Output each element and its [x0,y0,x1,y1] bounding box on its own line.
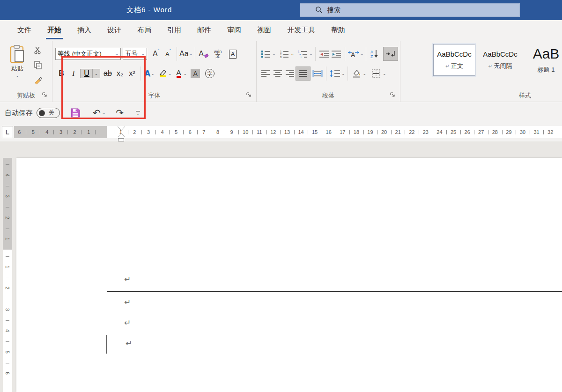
bullet-list-button[interactable] [259,47,272,60]
redo-button[interactable]: ↷ [116,107,124,118]
subscript-button[interactable]: x₂ [114,67,126,80]
undo-chevron-icon[interactable]: ⌄ [102,111,106,115]
ribbon-tab-引用[interactable]: 引用 [159,21,189,40]
ribbon-tab-视图[interactable]: 视图 [249,21,279,40]
shading-button[interactable] [350,67,362,80]
vertical-ruler[interactable]: 4321 123456 [3,158,12,392]
text-effects-button[interactable]: A ⌄ [143,67,155,80]
asian-layout-chevron-icon[interactable]: ⌄ [360,52,364,56]
grow-font-button[interactable]: Aˆ [150,47,162,60]
tab-stop-selector[interactable]: L [2,126,13,138]
customize-qat-button[interactable]: ⌄ [136,111,140,115]
font-color-button[interactable]: A ⌄ [175,67,187,80]
ribbon-tab-插入[interactable]: 插入 [69,21,99,40]
bold-button[interactable]: B [55,67,67,80]
style-name: 标题 1 [538,66,555,74]
toggle-knob [39,110,45,116]
underline-chevron-icon[interactable]: ⌄ [93,69,100,78]
ruler-tick: 8 [211,126,225,138]
save-button[interactable] [70,108,81,118]
style-card-正文[interactable]: AaBbCcDc↵ 正文 [433,44,475,76]
autosave-state: 关 [48,109,54,117]
ruler-tick: 27 [474,126,488,138]
copy-button[interactable] [32,59,44,71]
autosave-toggle[interactable]: 关 [37,108,60,118]
shrink-font-button[interactable]: Aˇ [162,47,174,60]
strikethrough-button[interactable]: ab [102,67,114,80]
underline-button[interactable]: U [81,69,93,78]
highlight-color-button[interactable]: ⌄ [158,67,172,80]
line-spacing-button[interactable] [329,67,341,80]
phonetic-guide-button[interactable]: wén 文 [212,47,224,60]
borders-chevron-icon[interactable]: ⌄ [383,71,386,76]
highlight-chevron-icon: ⌄ [168,71,172,76]
style-card-标题 1[interactable]: AaB标题 1 [525,44,562,76]
format-painter-button[interactable] [32,74,44,86]
line-spacing-chevron-icon[interactable]: ⌄ [341,71,345,76]
numbered-list-chevron-icon[interactable]: ⌄ [291,52,295,56]
show-hide-marks-button[interactable] [384,47,398,60]
multilevel-list-button[interactable]: 1ai [296,47,309,60]
ribbon-tab-设计[interactable]: 设计 [99,21,129,40]
character-shading-button[interactable]: A [189,67,201,80]
clipboard-dialog-launcher[interactable] [42,92,48,98]
ribbon-tab-审阅[interactable]: 审阅 [219,21,249,40]
font-size-chevron-icon[interactable]: ⌄ [139,52,145,56]
search-box[interactable]: 搜索 [300,3,520,17]
font-dialog-launcher[interactable] [246,92,252,98]
ruler-tick: 4 [155,126,170,138]
word-window: 文档6 - Word 搜索 文件开始插入设计布局引用邮件审阅视图开发工具帮助 粘… [0,0,562,392]
style-card-无间隔[interactable]: AaBbCcDc↵ 无间隔 [479,44,521,76]
undo-button[interactable]: ↶ ⌄ [93,107,105,118]
document-page[interactable]: ↵ ↵ ↵ ↵ [16,158,562,392]
ribbon-tab-文件[interactable]: 文件 [9,21,39,40]
font-size-combo[interactable]: 五号 ⌄ [123,48,147,60]
cut-button[interactable] [32,44,44,56]
ruler-tick: 5 [26,126,40,138]
clear-formatting-button[interactable]: A [198,47,210,60]
paste-button[interactable]: 粘贴 ⌄ [7,45,28,78]
multilevel-list-chevron-icon[interactable]: ⌄ [309,52,313,56]
decrease-indent-button[interactable] [318,47,330,60]
font-name-chevron-icon[interactable]: ⌄ [113,52,118,56]
enclose-characters-button[interactable]: 字 [204,67,216,80]
italic-button[interactable]: I [67,67,80,80]
hanging-indent-marker[interactable] [118,133,125,138]
shading-chevron-icon[interactable]: ⌄ [363,71,367,76]
justify-button[interactable] [296,67,310,80]
change-case-button[interactable]: Aa⌄ [179,47,192,60]
align-left-button[interactable] [259,67,272,80]
first-line-indent-marker[interactable] [118,126,125,130]
increase-indent-button[interactable] [330,47,342,60]
asian-layout-button[interactable]: A [348,47,360,60]
superscript-button[interactable]: x² [126,67,138,80]
sort-button[interactable]: AZ [369,47,381,60]
ruler-tick: 5 [169,126,183,138]
ruler-tick: 15 [308,126,322,138]
paste-label: 粘贴 [7,65,28,73]
ribbon-tab-开始[interactable]: 开始 [39,21,69,40]
search-placeholder: 搜索 [327,6,340,15]
numbered-list-button[interactable]: 123 [278,47,290,60]
distribute-button[interactable] [311,67,324,80]
font-name-combo[interactable]: 等线 (中文正文) ⌄ [55,48,121,60]
ruler-tick: 3 [54,126,68,138]
horizontal-ruler[interactable]: 654321 123456789101112131415161718192021… [14,126,562,138]
ribbon-tab-邮件[interactable]: 邮件 [189,21,219,40]
character-border-button[interactable]: A [227,47,239,60]
ruler-tick: 2 [68,126,82,138]
ribbon-tab-开发工具[interactable]: 开发工具 [279,21,323,40]
align-right-button[interactable] [284,67,296,80]
ruler-tick: 5 [3,341,12,363]
borders-button[interactable] [370,67,382,80]
left-indent-marker[interactable] [118,138,124,141]
ribbon-tab-布局[interactable]: 布局 [129,21,159,40]
paragraph-dialog-launcher[interactable] [390,92,396,98]
font-size-value: 五号 [125,50,138,58]
bullet-list-chevron-icon[interactable]: ⌄ [272,52,276,56]
numbered-list-icon: 123 [280,50,289,58]
paste-chevron-icon[interactable]: ⌄ [7,73,28,78]
ruler-tick: 1 [3,256,12,278]
align-center-button[interactable] [272,67,284,80]
ribbon-tab-帮助[interactable]: 帮助 [323,21,353,40]
